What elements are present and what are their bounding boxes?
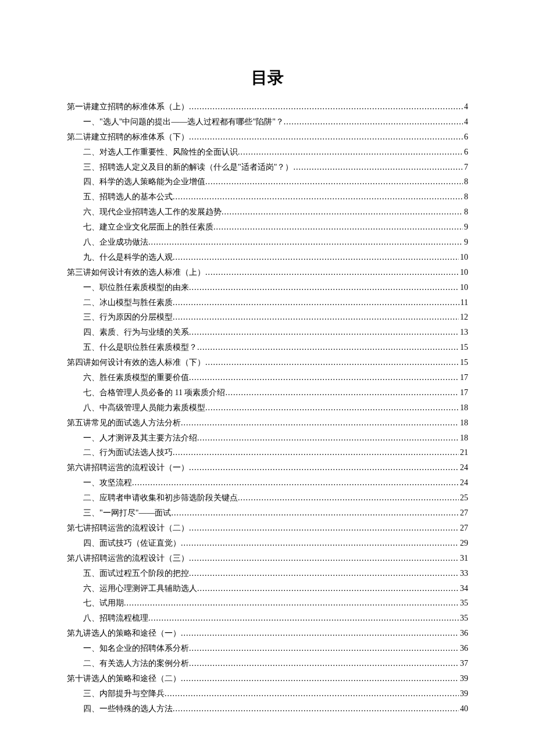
toc-entry-page: 17	[459, 385, 468, 400]
toc-entry-page: 36	[459, 641, 468, 656]
toc-entry-page: 36	[459, 626, 468, 641]
toc-leader-dots	[189, 130, 463, 145]
toc-leader-dots	[173, 189, 463, 205]
toc-entry-page: 15	[459, 355, 468, 370]
toc-entry-page: 18	[459, 431, 468, 446]
toc-entry: 八、中高级管理人员能力素质模型18	[67, 400, 468, 415]
toc-leader-dots	[189, 325, 459, 340]
toc-entry-page: 34	[459, 581, 468, 596]
toc-entry: 二、对选人工作重要性、风险性的全面认识6	[67, 145, 468, 160]
toc-entry-label: 二、行为面试法选人技巧	[83, 445, 173, 460]
toc-entry-label: 第六讲招聘运营的流程设计（一）	[67, 460, 189, 475]
toc-entry-page: 8	[463, 174, 468, 189]
toc-entry-page: 24	[459, 475, 468, 490]
toc-leader-dots	[124, 596, 459, 611]
toc-entry: 第一讲建立招聘的标准体系（上）4	[67, 99, 468, 114]
toc-entry-page: 11	[459, 295, 468, 310]
toc-entry: 第三讲如何设计有效的选人标准（上）10	[67, 265, 468, 280]
toc-entry: 二、应聘者申请收集和初步筛选阶段关键点25	[67, 490, 468, 506]
toc-entry: 二、冰山模型与胜任素质11	[67, 295, 468, 310]
toc-entry: 四、一些特殊的选人方法40	[67, 701, 468, 716]
toc-entry-label: 六、胜任素质模型的重要价值	[83, 370, 189, 385]
toc-leader-dots	[173, 250, 459, 265]
toc-leader-dots	[181, 671, 459, 686]
toc-entry-label: 第一讲建立招聘的标准体系（上）	[67, 99, 189, 114]
toc-entry-label: 第八讲招聘运营的流程设计（三）	[67, 551, 189, 566]
toc-entry-label: 四、科学的选人策略能为企业增值	[83, 174, 205, 189]
toc-entry: 一、人才测评及其主要方法介绍18	[67, 431, 468, 446]
toc-entry-label: 二、冰山模型与胜任素质	[83, 295, 173, 310]
toc-entry: 六、胜任素质模型的重要价值17	[67, 370, 468, 385]
toc-entry-page: 12	[459, 310, 468, 325]
toc-entry-page: 7	[463, 160, 468, 175]
toc-entry-page: 15	[459, 340, 468, 355]
toc-entry-label: 五、面试过程五个阶段的把控	[83, 566, 189, 581]
toc-entry-label: 五、什么是职位胜任素质模型？	[83, 340, 197, 355]
toc-entry-label: 八、招聘流程梳理	[83, 611, 148, 626]
toc-entry: 五、什么是职位胜任素质模型？15	[67, 340, 468, 355]
toc-entry: 三、招聘选人定义及目的新的解读（什么是"适者适岗"？）7	[67, 160, 468, 175]
toc-entry: 三、"一网打尽"——面试27	[67, 506, 468, 521]
toc-entry: 二、行为面试法选人技巧21	[67, 445, 468, 460]
toc-entry: 第五讲常见的面试选人方法分析18	[67, 415, 468, 431]
toc-entry: 四、面试技巧（佐证直觉）29	[67, 536, 468, 551]
toc-entry-label: 三、招聘选人定义及目的新的解读（什么是"适者适岗"？）	[83, 160, 293, 175]
toc-leader-dots	[205, 265, 459, 280]
toc-entry: 一、职位胜任素质模型的由来10	[67, 280, 468, 295]
toc-title: 目录	[67, 67, 468, 89]
toc-entry-label: 第五讲常见的面试选人方法分析	[67, 415, 181, 431]
toc-entry-label: 六、现代企业招聘选人工作的发展趋势	[83, 205, 222, 220]
toc-leader-dots	[189, 566, 459, 581]
toc-leader-dots	[189, 521, 459, 536]
toc-leader-dots	[293, 160, 463, 175]
toc-leader-dots	[189, 460, 459, 475]
toc-entry: 第八讲招聘运营的流程设计（三）31	[67, 551, 468, 566]
toc-entry: 一、攻坚流程24	[67, 475, 468, 490]
toc-leader-dots	[189, 280, 459, 295]
toc-leader-dots	[173, 445, 459, 460]
toc-entry: 八、招聘流程梳理35	[67, 611, 468, 626]
toc-entry-page: 21	[459, 445, 468, 460]
toc-entry-page: 10	[459, 265, 468, 280]
toc-leader-dots	[148, 235, 463, 250]
toc-entry: 六、运用心理测评工具辅助选人34	[67, 581, 468, 596]
toc-leader-dots	[205, 400, 459, 415]
toc-leader-dots	[284, 114, 463, 130]
toc-leader-dots	[205, 355, 459, 370]
toc-leader-dots	[173, 701, 459, 716]
toc-entry: 三、内部提升与空降兵39	[67, 686, 468, 701]
toc-entry-label: 第十讲选人的策略和途径（二）	[67, 671, 181, 686]
toc-entry-page: 24	[459, 460, 468, 475]
toc-entry: 第十讲选人的策略和途径（二）39	[67, 671, 468, 686]
toc-entry: 四、素质、行为与业绩的关系13	[67, 325, 468, 340]
toc-entry-label: 三、"一网打尽"——面试	[83, 506, 171, 521]
toc-leader-dots	[181, 536, 459, 551]
toc-leader-dots	[225, 385, 459, 400]
toc-entry-page: 4	[463, 99, 468, 114]
toc-entry-label: 第三讲如何设计有效的选人标准（上）	[67, 265, 205, 280]
toc-entry-page: 4	[463, 114, 468, 130]
toc-entry-label: 一、知名企业的招聘体系分析	[83, 641, 189, 656]
toc-entry-label: 七、建立企业文化层面上的胜任素质	[83, 220, 213, 235]
toc-entry-page: 39	[459, 686, 468, 701]
toc-entry-page: 18	[459, 400, 468, 415]
toc-entry-label: 一、人才测评及其主要方法介绍	[83, 431, 197, 446]
toc-leader-dots	[181, 626, 459, 641]
toc-entry-page: 33	[459, 566, 468, 581]
toc-entry-page: 9	[463, 220, 468, 235]
toc-entry: 七、试用期35	[67, 596, 468, 611]
toc-entry: 七、合格管理人员必备的 11 项素质介绍17	[67, 385, 468, 400]
toc-entry-page: 27	[459, 521, 468, 536]
toc-entry: 一、"选人"中问题的提出——选人过程都有哪些"陷阱"？4	[67, 114, 468, 130]
toc-entry: 四、科学的选人策略能为企业增值8	[67, 174, 468, 189]
toc-entry-page: 10	[459, 250, 468, 265]
toc-leader-dots	[197, 581, 459, 596]
toc-entry-label: 三、内部提升与空降兵	[83, 686, 165, 701]
toc-entry-label: 六、运用心理测评工具辅助选人	[83, 581, 197, 596]
toc-leader-dots	[205, 174, 463, 189]
toc-leader-dots	[173, 310, 459, 325]
toc-entry-label: 四、面试技巧（佐证直觉）	[83, 536, 181, 551]
toc-entry-label: 第九讲选人的策略和途径（一）	[67, 626, 181, 641]
toc-entry-label: 八、企业成功做法	[83, 235, 148, 250]
toc-entry-page: 25	[459, 490, 468, 506]
